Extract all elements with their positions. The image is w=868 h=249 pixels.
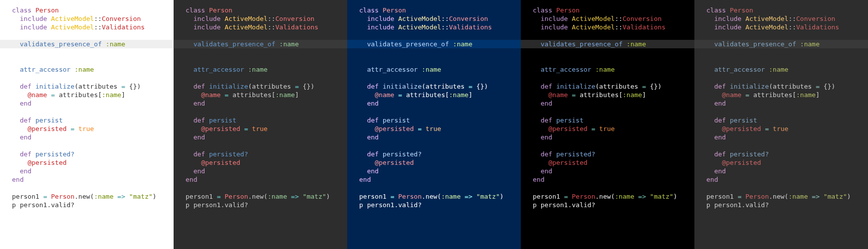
code-line: end	[174, 100, 211, 107]
code-token: (attributes	[74, 83, 121, 90]
code-token: )	[847, 193, 851, 200]
code-token: initialize	[383, 83, 422, 90]
code-token: "matz"	[650, 193, 673, 200]
code-token: =>	[464, 193, 472, 200]
code-line: def initialize(attributes = {})	[694, 83, 841, 90]
code-token	[205, 117, 209, 124]
code-line: def persisted?	[347, 150, 428, 158]
code-token: true	[773, 125, 788, 132]
code-token: def	[541, 83, 552, 90]
code-token: Validations	[449, 23, 492, 31]
code-token: def	[367, 150, 379, 158]
code-line: end	[347, 167, 385, 175]
code-token: {})	[646, 83, 661, 90]
code-line	[0, 142, 18, 149]
code-token: :name	[615, 193, 634, 200]
code-line: def persist	[347, 117, 416, 124]
code-token: end	[12, 176, 23, 183]
code-token: validates_presence_of	[20, 40, 102, 48]
code-token: ActiveModel	[51, 15, 94, 22]
code-line: @persisted	[347, 159, 420, 166]
code-token: ::	[441, 23, 449, 31]
code-token: =	[51, 91, 55, 99]
code-token: "matz"	[129, 193, 153, 200]
code-line	[174, 184, 192, 192]
code-line	[347, 57, 365, 65]
code-line: end	[347, 100, 385, 107]
code-token: end	[194, 167, 205, 175]
code-token: def	[194, 117, 205, 124]
code-token: end	[20, 100, 31, 107]
code-line: @name = attributes[:name]	[347, 91, 478, 99]
code-token: :name	[102, 91, 121, 99]
code-line: @name = attributes[:name]	[174, 91, 305, 99]
code-token: ::	[94, 23, 102, 31]
code-token: person1	[706, 193, 738, 200]
code-token: persist	[730, 117, 757, 124]
code-line: include ActiveModel::Conversion	[0, 15, 147, 22]
code-token: include	[367, 23, 395, 31]
code-line: attr_accessor :name	[347, 66, 447, 73]
code-line: include ActiveModel::Validations	[694, 23, 845, 31]
code-line	[0, 74, 18, 82]
code-line	[347, 74, 365, 82]
code-token: ]	[642, 91, 646, 99]
code-line: @persisted	[174, 159, 246, 166]
code-token: ActiveModel	[398, 15, 441, 22]
code-token: @persisted	[375, 125, 414, 132]
code-token: @name	[548, 91, 568, 99]
code-token	[31, 83, 35, 90]
code-token: end	[194, 133, 205, 141]
code-line: end	[174, 176, 203, 183]
code-line: end	[0, 100, 37, 107]
code-token: true	[599, 125, 615, 132]
code-token: )	[673, 193, 677, 200]
code-line: attr_accessor :name	[174, 66, 273, 73]
code-token: ActiveModel	[51, 23, 94, 31]
code-line: def persisted?	[521, 150, 601, 158]
code-line	[347, 108, 365, 116]
code-token: "matz"	[303, 193, 326, 200]
code-token: def	[714, 150, 726, 158]
code-token: ]	[816, 91, 820, 99]
code-line: end	[174, 133, 211, 141]
code-line: def persist	[694, 117, 763, 124]
code-token: end	[714, 167, 726, 175]
code-token: :name	[627, 40, 646, 48]
code-token: include	[541, 15, 568, 22]
code-token: persist	[35, 117, 63, 124]
code-line: person1 = Person.new(:name => "matz")	[694, 193, 857, 200]
code-line: def persist	[174, 117, 242, 124]
code-token: Validations	[623, 23, 665, 31]
code-token: Person	[35, 6, 59, 14]
code-token: end	[367, 100, 379, 107]
code-token	[379, 6, 383, 14]
code-line	[174, 108, 192, 116]
code-token: end	[541, 133, 552, 141]
code-token: ActiveModel	[398, 23, 441, 31]
code-line: end	[0, 133, 37, 141]
code-token: @persisted	[27, 159, 66, 166]
code-line: def persisted?	[0, 150, 80, 158]
code-token: end	[20, 133, 31, 141]
code-token: @persisted	[722, 125, 761, 132]
code-line: include ActiveModel::Conversion	[347, 15, 494, 22]
code-token: :name	[595, 66, 615, 73]
code-token: Conversion	[275, 15, 314, 22]
code-line: @persisted	[521, 159, 594, 166]
code-token: =>	[638, 193, 646, 200]
code-line: include ActiveModel::Validations	[0, 23, 151, 31]
code-token: persisted?	[730, 150, 769, 158]
code-line	[347, 142, 365, 149]
code-token: Person	[224, 193, 248, 200]
code-panel-theme-4: class Person include ActiveModel::Conver…	[521, 0, 694, 249]
code-token: ]	[121, 91, 125, 99]
code-token: "matz"	[824, 193, 847, 200]
code-token: end	[367, 133, 379, 141]
code-line: @persisted	[0, 159, 73, 166]
code-token: end	[194, 100, 205, 107]
code-line	[174, 142, 192, 149]
code-line: end	[694, 100, 732, 107]
code-token: persisted?	[209, 150, 248, 158]
code-token: @persisted	[201, 159, 240, 166]
